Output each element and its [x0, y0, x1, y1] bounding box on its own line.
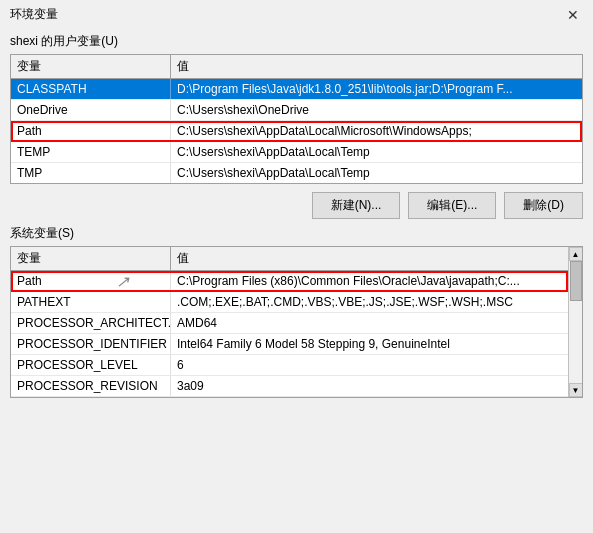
sys-section-label: 系统变量(S) — [10, 225, 583, 242]
cell-var: TMP — [11, 163, 171, 183]
cell-val: Intel64 Family 6 Model 58 Stepping 9, Ge… — [171, 334, 568, 354]
edit-user-var-button[interactable]: 编辑(E)... — [408, 192, 496, 219]
cell-val: 6 — [171, 355, 568, 375]
delete-user-var-button[interactable]: 删除(D) — [504, 192, 583, 219]
table-row[interactable]: PSModulePath %ProgramFiles%\WindowsPower… — [11, 397, 568, 398]
cell-var: OneDrive — [11, 100, 171, 120]
cell-val: C:\Users\shexi\AppData\Local\Temp — [171, 163, 582, 183]
scrollbar-up-button[interactable]: ▲ — [569, 247, 583, 261]
table-row[interactable]: Path C:\Program Files (x86)\Common Files… — [11, 271, 568, 292]
table-row[interactable]: CLASSPATH D:\Program Files\Java\jdk1.8.0… — [11, 79, 582, 100]
cell-var: PATHEXT — [11, 292, 171, 312]
cell-var: PROCESSOR_ARCHITECT... — [11, 313, 171, 333]
cell-var: TEMP — [11, 142, 171, 162]
cell-val: C:\Users\shexi\AppData\Local\Microsoft\W… — [171, 121, 582, 141]
table-row[interactable]: OneDrive C:\Users\shexi\OneDrive — [11, 100, 582, 121]
user-col-var-header: 变量 — [11, 55, 171, 78]
scrollbar[interactable]: ▲ ▼ — [568, 247, 582, 397]
cell-var: PROCESSOR_LEVEL — [11, 355, 171, 375]
table-row[interactable]: PROCESSOR_IDENTIFIER Intel64 Family 6 Mo… — [11, 334, 568, 355]
user-buttons-row: 新建(N)... 编辑(E)... 删除(D) — [10, 192, 583, 219]
user-variables-section: shexi 的用户变量(U) 变量 值 CLASSPATH D:\Program… — [10, 33, 583, 184]
table-row[interactable]: PROCESSOR_ARCHITECT... AMD64 — [11, 313, 568, 334]
sys-table-content: 变量 值 Path C:\Program Files (x86)\Common … — [11, 247, 568, 398]
cell-var: CLASSPATH — [11, 79, 171, 99]
scrollbar-thumb[interactable] — [570, 261, 582, 301]
sys-variables-section: 系统变量(S) 变量 值 Path C:\Program Files (x86)… — [10, 225, 583, 398]
table-row[interactable]: TMP C:\Users\shexi\AppData\Local\Temp — [11, 163, 582, 183]
cell-var: PSModulePath — [11, 397, 171, 398]
scrollbar-down-button[interactable]: ▼ — [569, 383, 583, 397]
cell-val: 3a09 — [171, 376, 568, 396]
cell-var: Path — [11, 271, 171, 291]
sys-col-var-header: 变量 — [11, 247, 171, 270]
sys-table-header: 变量 值 — [11, 247, 568, 271]
cell-var: PROCESSOR_IDENTIFIER — [11, 334, 171, 354]
sys-variables-table: 变量 值 Path C:\Program Files (x86)\Common … — [10, 246, 583, 398]
cell-val: AMD64 — [171, 313, 568, 333]
cell-val: C:\Users\shexi\AppData\Local\Temp — [171, 142, 582, 162]
table-row[interactable]: Path C:\Users\shexi\AppData\Local\Micros… — [11, 121, 582, 142]
user-section-label: shexi 的用户变量(U) — [10, 33, 583, 50]
cell-val: %ProgramFiles%\WindowsPowerShell\Modules… — [171, 397, 568, 398]
window-title: 环境变量 — [10, 6, 58, 23]
cell-var: PROCESSOR_REVISION — [11, 376, 171, 396]
title-bar: 环境变量 ✕ — [0, 0, 593, 27]
cell-val: .COM;.EXE;.BAT;.CMD;.VBS;.VBE;.JS;.JSE;.… — [171, 292, 568, 312]
environment-variables-window: 环境变量 ✕ shexi 的用户变量(U) 变量 值 CLASSPATH D:\… — [0, 0, 593, 398]
cell-val: D:\Program Files\Java\jdk1.8.0_251\lib\t… — [171, 79, 582, 99]
sys-table-body: Path C:\Program Files (x86)\Common Files… — [11, 271, 568, 398]
cell-val: C:\Program Files (x86)\Common Files\Orac… — [171, 271, 568, 291]
user-variables-table: 变量 值 CLASSPATH D:\Program Files\Java\jdk… — [10, 54, 583, 184]
cell-var: Path — [11, 121, 171, 141]
user-col-val-header: 值 — [171, 55, 582, 78]
user-table-header: 变量 值 — [11, 55, 582, 79]
new-user-var-button[interactable]: 新建(N)... — [312, 192, 401, 219]
cell-val: C:\Users\shexi\OneDrive — [171, 100, 582, 120]
table-row[interactable]: PROCESSOR_REVISION 3a09 — [11, 376, 568, 397]
table-row[interactable]: PROCESSOR_LEVEL 6 — [11, 355, 568, 376]
user-table-body: CLASSPATH D:\Program Files\Java\jdk1.8.0… — [11, 79, 582, 183]
table-row[interactable]: TEMP C:\Users\shexi\AppData\Local\Temp — [11, 142, 582, 163]
close-button[interactable]: ✕ — [563, 7, 583, 23]
table-row[interactable]: PATHEXT .COM;.EXE;.BAT;.CMD;.VBS;.VBE;.J… — [11, 292, 568, 313]
sys-col-val-header: 值 — [171, 247, 568, 270]
